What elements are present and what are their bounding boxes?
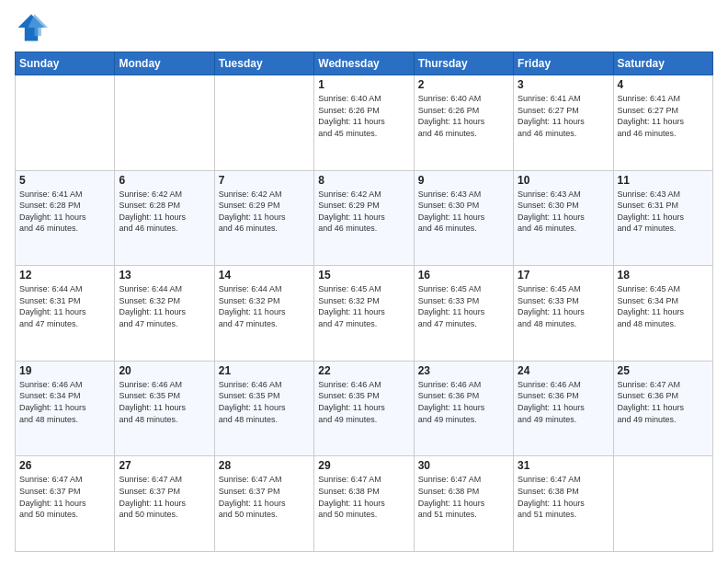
calendar-header-monday: Monday bbox=[115, 52, 214, 75]
calendar-cell bbox=[16, 75, 115, 171]
calendar-cell: 22Sunrise: 6:46 AM Sunset: 6:35 PM Dayli… bbox=[314, 361, 414, 456]
calendar-cell: 23Sunrise: 6:46 AM Sunset: 6:36 PM Dayli… bbox=[414, 361, 513, 456]
day-number: 22 bbox=[318, 364, 409, 377]
day-info: Sunrise: 6:45 AM Sunset: 6:34 PM Dayligh… bbox=[618, 283, 709, 329]
calendar-header-friday: Friday bbox=[514, 52, 613, 75]
calendar-cell: 29Sunrise: 6:47 AM Sunset: 6:38 PM Dayli… bbox=[314, 456, 414, 552]
calendar-cell bbox=[115, 75, 214, 171]
calendar-cell: 9Sunrise: 6:43 AM Sunset: 6:30 PM Daylig… bbox=[414, 170, 513, 266]
day-info: Sunrise: 6:45 AM Sunset: 6:33 PM Dayligh… bbox=[518, 283, 609, 329]
day-info: Sunrise: 6:41 AM Sunset: 6:27 PM Dayligh… bbox=[518, 93, 609, 139]
calendar-cell: 6Sunrise: 6:42 AM Sunset: 6:28 PM Daylig… bbox=[115, 170, 214, 266]
calendar-cell bbox=[214, 75, 313, 171]
day-number: 19 bbox=[19, 364, 110, 377]
day-info: Sunrise: 6:46 AM Sunset: 6:35 PM Dayligh… bbox=[318, 379, 409, 425]
calendar-cell: 18Sunrise: 6:45 AM Sunset: 6:34 PM Dayli… bbox=[613, 266, 712, 362]
day-info: Sunrise: 6:42 AM Sunset: 6:28 PM Dayligh… bbox=[119, 189, 210, 235]
day-info: Sunrise: 6:40 AM Sunset: 6:26 PM Dayligh… bbox=[418, 93, 509, 139]
day-number: 31 bbox=[518, 459, 609, 472]
day-number: 17 bbox=[518, 269, 609, 282]
day-info: Sunrise: 6:47 AM Sunset: 6:38 PM Dayligh… bbox=[518, 474, 609, 520]
calendar-week-2: 12Sunrise: 6:44 AM Sunset: 6:31 PM Dayli… bbox=[16, 266, 713, 362]
day-info: Sunrise: 6:44 AM Sunset: 6:32 PM Dayligh… bbox=[219, 283, 310, 329]
day-info: Sunrise: 6:42 AM Sunset: 6:29 PM Dayligh… bbox=[219, 189, 310, 235]
calendar-header-row: SundayMondayTuesdayWednesdayThursdayFrid… bbox=[16, 52, 713, 75]
day-info: Sunrise: 6:43 AM Sunset: 6:31 PM Dayligh… bbox=[618, 189, 709, 235]
day-number: 30 bbox=[418, 459, 509, 472]
calendar-cell: 8Sunrise: 6:42 AM Sunset: 6:29 PM Daylig… bbox=[314, 170, 414, 266]
calendar-cell: 11Sunrise: 6:43 AM Sunset: 6:31 PM Dayli… bbox=[613, 170, 712, 266]
day-number: 6 bbox=[119, 174, 210, 187]
calendar-cell: 7Sunrise: 6:42 AM Sunset: 6:29 PM Daylig… bbox=[214, 170, 313, 266]
day-info: Sunrise: 6:43 AM Sunset: 6:30 PM Dayligh… bbox=[418, 189, 509, 235]
day-info: Sunrise: 6:41 AM Sunset: 6:28 PM Dayligh… bbox=[19, 189, 110, 235]
page: SundayMondayTuesdayWednesdayThursdayFrid… bbox=[0, 0, 728, 563]
calendar-cell: 17Sunrise: 6:45 AM Sunset: 6:33 PM Dayli… bbox=[514, 266, 613, 362]
calendar-cell: 5Sunrise: 6:41 AM Sunset: 6:28 PM Daylig… bbox=[16, 170, 115, 266]
day-info: Sunrise: 6:47 AM Sunset: 6:37 PM Dayligh… bbox=[119, 474, 210, 520]
day-info: Sunrise: 6:45 AM Sunset: 6:33 PM Dayligh… bbox=[418, 283, 509, 329]
day-info: Sunrise: 6:44 AM Sunset: 6:32 PM Dayligh… bbox=[119, 283, 210, 329]
day-number: 11 bbox=[618, 174, 709, 187]
day-number: 25 bbox=[618, 364, 709, 377]
calendar-cell: 27Sunrise: 6:47 AM Sunset: 6:37 PM Dayli… bbox=[115, 456, 214, 552]
calendar-cell: 26Sunrise: 6:47 AM Sunset: 6:37 PM Dayli… bbox=[16, 456, 115, 552]
calendar-cell: 2Sunrise: 6:40 AM Sunset: 6:26 PM Daylig… bbox=[414, 75, 513, 171]
day-info: Sunrise: 6:45 AM Sunset: 6:32 PM Dayligh… bbox=[318, 283, 409, 329]
calendar-header-sunday: Sunday bbox=[16, 52, 115, 75]
calendar-cell: 24Sunrise: 6:46 AM Sunset: 6:36 PM Dayli… bbox=[514, 361, 613, 456]
day-info: Sunrise: 6:47 AM Sunset: 6:36 PM Dayligh… bbox=[618, 379, 709, 425]
day-info: Sunrise: 6:47 AM Sunset: 6:37 PM Dayligh… bbox=[19, 474, 110, 520]
calendar-week-1: 5Sunrise: 6:41 AM Sunset: 6:28 PM Daylig… bbox=[16, 170, 713, 266]
day-info: Sunrise: 6:47 AM Sunset: 6:38 PM Dayligh… bbox=[318, 474, 409, 520]
calendar-table: SundayMondayTuesdayWednesdayThursdayFrid… bbox=[15, 52, 713, 552]
day-number: 26 bbox=[19, 459, 110, 472]
calendar-cell: 30Sunrise: 6:47 AM Sunset: 6:38 PM Dayli… bbox=[414, 456, 513, 552]
calendar-week-4: 26Sunrise: 6:47 AM Sunset: 6:37 PM Dayli… bbox=[16, 456, 713, 552]
calendar-cell: 25Sunrise: 6:47 AM Sunset: 6:36 PM Dayli… bbox=[613, 361, 712, 456]
day-number: 15 bbox=[318, 269, 409, 282]
day-number: 14 bbox=[219, 269, 310, 282]
day-info: Sunrise: 6:40 AM Sunset: 6:26 PM Dayligh… bbox=[318, 93, 409, 139]
day-info: Sunrise: 6:46 AM Sunset: 6:36 PM Dayligh… bbox=[518, 379, 609, 425]
calendar-week-3: 19Sunrise: 6:46 AM Sunset: 6:34 PM Dayli… bbox=[16, 361, 713, 456]
calendar-cell: 1Sunrise: 6:40 AM Sunset: 6:26 PM Daylig… bbox=[314, 75, 414, 171]
day-number: 18 bbox=[618, 269, 709, 282]
day-info: Sunrise: 6:43 AM Sunset: 6:30 PM Dayligh… bbox=[518, 189, 609, 235]
day-number: 1 bbox=[318, 78, 409, 91]
day-info: Sunrise: 6:46 AM Sunset: 6:35 PM Dayligh… bbox=[219, 379, 310, 425]
calendar-header-tuesday: Tuesday bbox=[214, 52, 313, 75]
day-info: Sunrise: 6:41 AM Sunset: 6:27 PM Dayligh… bbox=[618, 93, 709, 139]
calendar-cell: 13Sunrise: 6:44 AM Sunset: 6:32 PM Dayli… bbox=[115, 266, 214, 362]
day-info: Sunrise: 6:46 AM Sunset: 6:35 PM Dayligh… bbox=[119, 379, 210, 425]
calendar-cell bbox=[613, 456, 712, 552]
calendar-week-0: 1Sunrise: 6:40 AM Sunset: 6:26 PM Daylig… bbox=[16, 75, 713, 171]
logo bbox=[15, 11, 51, 44]
logo-icon bbox=[15, 11, 48, 44]
day-number: 3 bbox=[518, 78, 609, 91]
day-number: 12 bbox=[19, 269, 110, 282]
calendar-cell: 19Sunrise: 6:46 AM Sunset: 6:34 PM Dayli… bbox=[16, 361, 115, 456]
calendar-cell: 21Sunrise: 6:46 AM Sunset: 6:35 PM Dayli… bbox=[214, 361, 313, 456]
day-number: 23 bbox=[418, 364, 509, 377]
calendar-header-wednesday: Wednesday bbox=[314, 52, 414, 75]
calendar-cell: 31Sunrise: 6:47 AM Sunset: 6:38 PM Dayli… bbox=[514, 456, 613, 552]
header bbox=[15, 11, 713, 44]
calendar-cell: 28Sunrise: 6:47 AM Sunset: 6:37 PM Dayli… bbox=[214, 456, 313, 552]
day-info: Sunrise: 6:47 AM Sunset: 6:37 PM Dayligh… bbox=[219, 474, 310, 520]
day-number: 13 bbox=[119, 269, 210, 282]
calendar-cell: 4Sunrise: 6:41 AM Sunset: 6:27 PM Daylig… bbox=[613, 75, 712, 171]
day-info: Sunrise: 6:46 AM Sunset: 6:36 PM Dayligh… bbox=[418, 379, 509, 425]
day-number: 7 bbox=[219, 174, 310, 187]
day-number: 9 bbox=[418, 174, 509, 187]
calendar-header-thursday: Thursday bbox=[414, 52, 513, 75]
calendar-header-saturday: Saturday bbox=[613, 52, 712, 75]
day-info: Sunrise: 6:42 AM Sunset: 6:29 PM Dayligh… bbox=[318, 189, 409, 235]
day-number: 10 bbox=[518, 174, 609, 187]
calendar-cell: 15Sunrise: 6:45 AM Sunset: 6:32 PM Dayli… bbox=[314, 266, 414, 362]
day-info: Sunrise: 6:46 AM Sunset: 6:34 PM Dayligh… bbox=[19, 379, 110, 425]
day-number: 5 bbox=[19, 174, 110, 187]
calendar-cell: 14Sunrise: 6:44 AM Sunset: 6:32 PM Dayli… bbox=[214, 266, 313, 362]
calendar-cell: 10Sunrise: 6:43 AM Sunset: 6:30 PM Dayli… bbox=[514, 170, 613, 266]
day-number: 8 bbox=[318, 174, 409, 187]
